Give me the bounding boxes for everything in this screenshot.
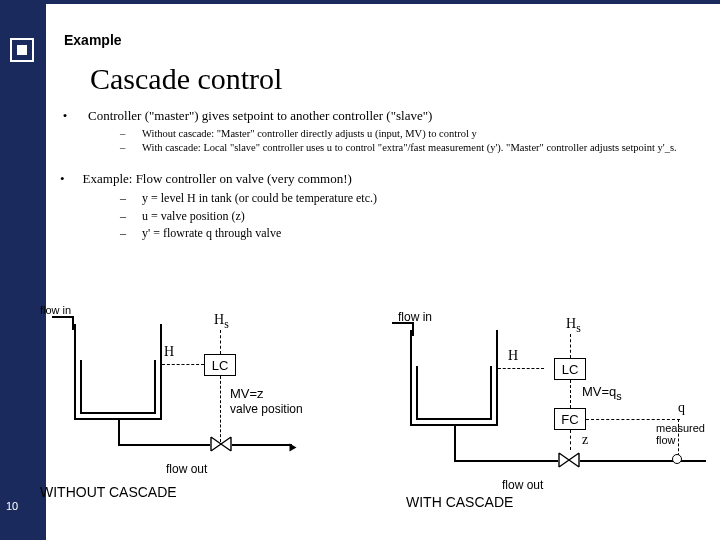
bullet-2-sublist: –y = level H in tank (or could be temper… xyxy=(120,190,700,242)
right-outlet-v xyxy=(454,426,456,460)
slide-header-label: Example xyxy=(64,32,122,48)
page-number: 10 xyxy=(6,500,18,512)
right-q-label: q xyxy=(678,400,685,416)
bullet-2-sub-3: y' = flowrate q through valve xyxy=(142,225,281,242)
bullet-2-sub-1: y = level H in tank (or could be tempera… xyxy=(142,190,377,207)
left-outlet-h1 xyxy=(118,444,210,446)
right-measured-flow-label: measured flow xyxy=(656,422,716,446)
left-mv-label: MV=z xyxy=(230,386,264,401)
dash-icon: – xyxy=(120,208,128,225)
bullet-1-sub-2: With cascade: Local "slave" controller u… xyxy=(142,141,677,155)
right-hs-signal xyxy=(570,334,571,358)
ntnu-logo-icon xyxy=(10,38,34,62)
left-tank-icon xyxy=(74,324,162,420)
right-inflow-pipe-v xyxy=(412,322,414,336)
right-fc-valve-signal xyxy=(570,430,571,450)
right-mvqs-label: MV=qs xyxy=(582,384,622,402)
right-h-signal xyxy=(498,368,544,369)
bullet-2-text: Example: Flow controller on valve (very … xyxy=(83,171,352,187)
slide-title: Cascade control xyxy=(90,62,282,96)
left-valve-position-label: valve position xyxy=(230,402,303,416)
left-inflow-pipe xyxy=(52,316,74,318)
right-outlet-h1 xyxy=(454,460,558,462)
left-outlet-arrow-icon xyxy=(290,444,297,452)
dash-icon: – xyxy=(120,190,128,207)
right-valve-icon xyxy=(558,452,580,468)
left-outlet-h2 xyxy=(232,444,292,446)
dash-icon: – xyxy=(120,127,128,141)
bullet-1: • Controller ("master") gives setpoint t… xyxy=(60,108,700,124)
left-caption: WITHOUT CASCADE xyxy=(40,484,177,500)
left-mv-signal xyxy=(220,376,221,442)
bullet-dot-icon: • xyxy=(60,108,70,124)
right-h-label: H xyxy=(508,348,518,364)
right-hs-label: Hs xyxy=(566,316,581,335)
right-lc-box: LC xyxy=(554,358,586,380)
left-sidebar xyxy=(0,4,46,540)
bullet-2-sub-2: u = valve position (z) xyxy=(142,208,245,225)
left-flow-out-label: flow out xyxy=(166,462,207,476)
right-lc-fc-signal xyxy=(570,380,571,408)
right-z-label: z xyxy=(582,432,588,448)
right-inflow-pipe xyxy=(392,322,414,324)
left-hs-label: Hs xyxy=(214,312,229,331)
left-outlet-v xyxy=(118,420,120,444)
bullet-1-sub-1: Without cascade: "Master" controller dir… xyxy=(142,127,477,141)
bullet-1-text: Controller ("master") gives setpoint to … xyxy=(88,108,432,124)
right-outlet-h2 xyxy=(580,460,706,462)
dash-icon: – xyxy=(120,141,128,155)
right-flow-sensor-icon xyxy=(672,454,682,464)
right-fc-box: FC xyxy=(554,408,586,430)
right-tank-icon xyxy=(410,330,498,426)
left-lc-box: LC xyxy=(204,354,236,376)
bullet-list: • Controller ("master") gives setpoint t… xyxy=(60,108,700,243)
left-h-signal xyxy=(162,364,204,365)
bullet-1-sublist: –Without cascade: "Master" controller di… xyxy=(120,127,700,155)
left-inflow-pipe-v xyxy=(72,316,74,330)
left-flow-in-label: flow in xyxy=(40,304,71,316)
dash-icon: – xyxy=(120,225,128,242)
right-caption: WITH CASCADE xyxy=(406,494,513,510)
bullet-dot-icon: • xyxy=(60,171,65,187)
left-h-label: H xyxy=(164,344,174,360)
slide-content: Example Cascade control • Controller ("m… xyxy=(46,4,720,540)
left-valve-icon xyxy=(210,436,232,452)
left-hs-signal xyxy=(220,330,221,354)
right-q-signal xyxy=(586,419,680,420)
right-flow-out-label: flow out xyxy=(502,478,543,492)
bullet-2: • Example: Flow controller on valve (ver… xyxy=(60,171,700,187)
